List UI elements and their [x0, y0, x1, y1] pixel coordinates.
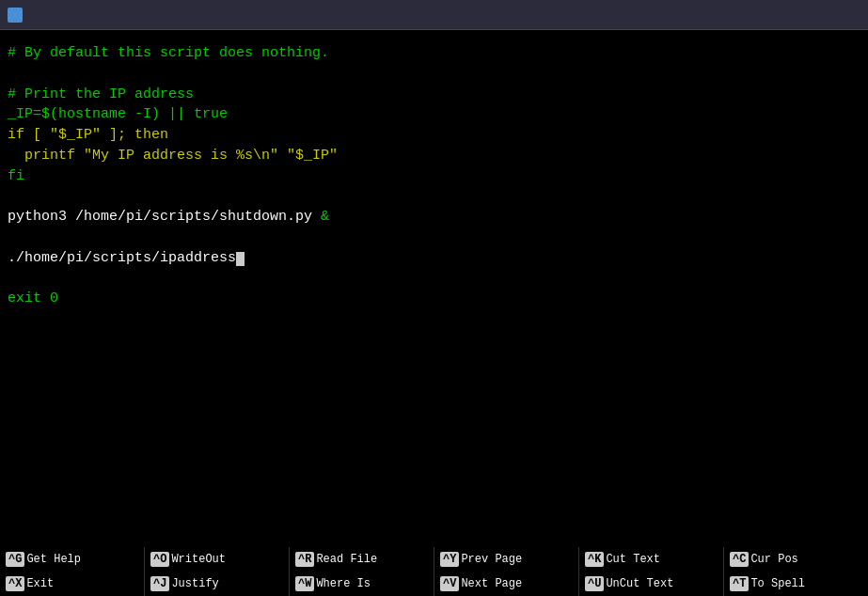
- editor-line: [8, 268, 860, 289]
- footer-label: Where Is: [316, 577, 371, 590]
- footer-shortcut[interactable]: ^WWhere Is: [290, 572, 434, 596]
- editor-line: [8, 186, 860, 207]
- footer-key: ^V: [440, 576, 459, 591]
- footer-shortcut[interactable]: ^YPrev Page: [434, 547, 578, 572]
- footer-label: To Spell: [750, 577, 805, 590]
- editor-line: exit 0: [8, 289, 860, 309]
- footer-label: Read File: [316, 553, 377, 566]
- editor-line: python3 /home/pi/scripts/shutdown.py &: [8, 207, 860, 227]
- footer-shortcut[interactable]: ^OWriteOut: [145, 547, 289, 572]
- footer-shortcut[interactable]: ^CCur Pos: [724, 547, 868, 572]
- footer-label: Next Page: [461, 577, 522, 590]
- footer-key: ^R: [295, 552, 314, 567]
- footer-key: ^G: [6, 552, 24, 567]
- footer-key: ^U: [585, 576, 604, 591]
- footer-shortcut[interactable]: ^VNext Page: [434, 572, 578, 596]
- titlebar-controls: [802, 7, 860, 24]
- footer-row-1: ^GGet Help^OWriteOut^RRead File^YPrev Pa…: [0, 547, 868, 572]
- footer-shortcut[interactable]: ^JJustify: [145, 572, 289, 596]
- editor-line: if [ "$_IP" ]; then: [8, 125, 860, 146]
- footer-key: ^O: [150, 552, 169, 567]
- titlebar: [0, 0, 868, 30]
- footer-shortcut[interactable]: ^KCut Text: [579, 547, 723, 572]
- footer-label: Exit: [26, 577, 54, 590]
- footer-bar: ^GGet Help^OWriteOut^RRead File^YPrev Pa…: [0, 547, 868, 596]
- footer-key: ^W: [295, 576, 314, 591]
- footer-shortcut[interactable]: ^UUnCut Text: [579, 572, 723, 596]
- editor-line: printf "My IP address is %s\n" "$_IP": [8, 146, 860, 166]
- footer-key: ^K: [585, 552, 604, 567]
- app-icon: [8, 8, 23, 23]
- footer-shortcut[interactable]: ^TTo Spell: [724, 572, 868, 596]
- footer-shortcut[interactable]: ^RRead File: [290, 547, 434, 572]
- footer-label: Cur Pos: [750, 553, 797, 566]
- editor-line: # By default this script does nothing.: [8, 43, 860, 64]
- footer-key: ^C: [730, 552, 749, 567]
- footer-label: Get Help: [26, 553, 81, 566]
- minimize-button[interactable]: [802, 7, 819, 24]
- footer-key: ^X: [6, 576, 24, 591]
- editor-line: _IP=$(hostname -I) || true: [8, 104, 860, 125]
- footer-label: UnCut Text: [606, 577, 673, 590]
- footer-key: ^Y: [440, 552, 459, 567]
- footer-label: Prev Page: [461, 553, 522, 566]
- nano-header: [0, 30, 868, 38]
- footer-label: Justify: [171, 577, 218, 590]
- maximize-button[interactable]: [823, 7, 840, 24]
- editor-area[interactable]: # By default this script does nothing. #…: [0, 38, 868, 525]
- footer-shortcut[interactable]: ^XExit: [0, 572, 144, 596]
- editor-line: fi: [8, 166, 860, 187]
- editor-line: # Print the IP address: [8, 85, 860, 105]
- footer-label: Cut Text: [606, 553, 660, 566]
- footer-label: WriteOut: [171, 553, 226, 566]
- titlebar-left: [8, 8, 28, 23]
- footer-key: ^J: [150, 576, 169, 591]
- footer-shortcut[interactable]: ^GGet Help: [0, 547, 144, 572]
- editor-line: [8, 227, 860, 248]
- close-button[interactable]: [844, 7, 860, 24]
- footer-row-2: ^XExit^JJustify^WWhere Is^VNext Page^UUn…: [0, 572, 868, 596]
- editor-line: ./home/pi/scripts/ipaddress: [8, 248, 860, 269]
- editor-line: [8, 64, 860, 85]
- footer-key: ^T: [730, 576, 749, 591]
